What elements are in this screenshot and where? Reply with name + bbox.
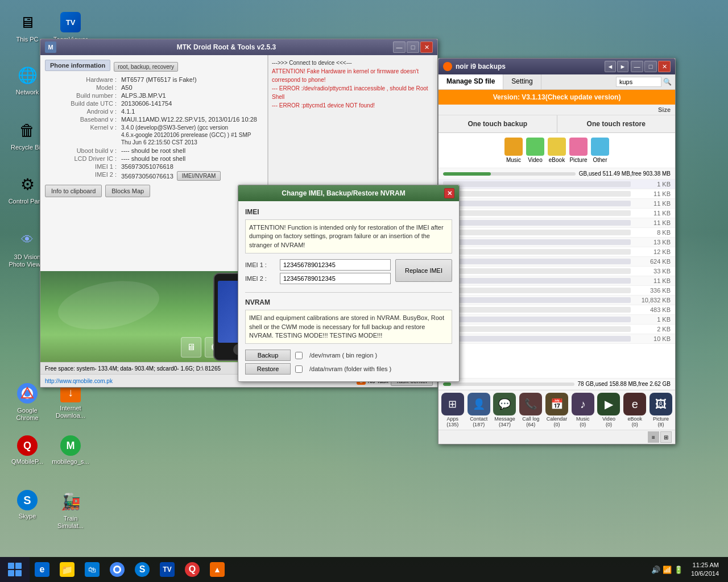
info-clipboard-button[interactable]: Info to clipboard xyxy=(45,185,102,197)
website-link[interactable]: http://www.qmobile.com.pk xyxy=(45,378,113,384)
sd-file-item[interactable]: 12 KB xyxy=(439,247,675,257)
sd-maximize-button[interactable]: □ xyxy=(644,61,657,72)
sd-search-icon[interactable]: 🔍 xyxy=(663,78,672,86)
sd-nav-back[interactable]: ◄ xyxy=(605,61,616,72)
replace-imei-button[interactable]: Replace IMEI xyxy=(395,259,452,282)
imei2-input[interactable] xyxy=(280,273,391,284)
sd-file-item[interactable]: 1 KB xyxy=(439,180,675,189)
imei-close-button[interactable]: ✕ xyxy=(444,188,454,198)
mtk-close-button[interactable]: ✕ xyxy=(420,41,433,53)
table-row: Hardware : MT6577 (MT6517 is Fake!) xyxy=(45,76,263,84)
imei2-dialog-label: IMEI 2 : xyxy=(245,275,276,282)
storage1-info: GB,used 511.49 MB,free 903.38 MB xyxy=(579,171,671,177)
taskbar-skype-tb-icon[interactable]: S xyxy=(130,557,155,582)
taskbar-chrome-tb-icon[interactable] xyxy=(105,557,130,582)
app-icon-video[interactable]: ▶ Video(0) xyxy=(596,393,621,427)
phone-info-table: Hardware : MT6577 (MT6517 is Fake!) Mode… xyxy=(45,76,263,181)
sd-file-item[interactable]: 1 KB xyxy=(439,315,675,325)
version-bar: Version: V3.1.13(Check update version) xyxy=(439,90,675,105)
tab-setting[interactable]: Setting xyxy=(503,74,541,89)
tray-network-icon[interactable]: 📶 xyxy=(663,566,672,574)
file-size: 11 KB xyxy=(631,210,671,217)
svg-point-5 xyxy=(115,567,119,572)
sd-file-item[interactable]: 11 KB xyxy=(439,189,675,199)
cat-video[interactable]: Video xyxy=(526,138,544,163)
app-icon-picture[interactable]: 🖼 Picture(8) xyxy=(648,393,673,427)
sd-manager-window: noir i9 backups ◄ ► — □ ✕ Manage SD file… xyxy=(438,58,676,444)
sd-file-item[interactable]: 336 KB xyxy=(439,286,675,296)
imei-fields-area: IMEI 1 : IMEI 2 : Replace IMEI xyxy=(245,259,452,286)
desktop-icon-skype[interactable]: S Skype xyxy=(5,488,50,522)
mtk-minimize-button[interactable]: — xyxy=(393,41,406,53)
sd-file-item[interactable]: 483 KB xyxy=(439,305,675,315)
taskbar-store-icon[interactable]: 🛍 xyxy=(80,557,105,582)
sd-file-item[interactable]: 11 KB xyxy=(439,276,675,286)
one-touch-restore-button[interactable]: One touch restore xyxy=(557,115,676,132)
sd-file-item[interactable]: 11 KB xyxy=(439,218,675,228)
root-backup-recovery-button[interactable]: root, backup, recovery xyxy=(114,62,178,72)
sd-minimize-button[interactable]: — xyxy=(631,61,643,72)
blocks-map-button[interactable]: Blocks Map xyxy=(105,185,150,197)
calllog-icon: 📞 xyxy=(519,393,542,415)
sd-file-item[interactable]: 11 KB xyxy=(439,199,675,209)
app-icon-calendar[interactable]: 📅 Calendar(0) xyxy=(544,393,569,427)
start-button[interactable] xyxy=(0,557,30,582)
app-icon-music[interactable]: ♪ Music(0) xyxy=(570,393,595,427)
taskbar-qmobile-tb-icon[interactable]: Q xyxy=(180,557,205,582)
sd-file-item[interactable]: 13 KB xyxy=(439,238,675,247)
imei-nvram-button[interactable]: IMEI/NVRAM xyxy=(177,171,221,181)
sd-search-input[interactable] xyxy=(616,77,661,87)
taskbar-ie-icon[interactable]: e xyxy=(30,557,55,582)
desktop-icon-mobilego[interactable]: M mobilego_s... xyxy=(48,433,93,468)
tab-manage-sd[interactable]: Manage SD file xyxy=(439,74,503,89)
file-name-bar xyxy=(443,210,631,216)
cat-other[interactable]: Other xyxy=(591,138,609,163)
sd-file-item[interactable]: 33 KB xyxy=(439,267,675,276)
sd-window-titlebar[interactable]: noir i9 backups ◄ ► — □ ✕ xyxy=(439,59,675,74)
one-touch-backup-button[interactable]: One touch backup xyxy=(439,115,557,132)
nvram-restore-button[interactable]: Restore xyxy=(245,363,291,375)
sd-file-item[interactable]: 2 KB xyxy=(439,325,675,334)
sd-search-area: 🔍 xyxy=(613,74,675,89)
imei2-label: IMEI 2 : xyxy=(45,171,119,181)
app-icon-apps[interactable]: ⊞ Apps(135) xyxy=(440,393,465,427)
imei1-label: IMEI 1 : xyxy=(45,163,119,171)
sd-close-button[interactable]: ✕ xyxy=(658,61,671,72)
sd-file-item[interactable]: 8 KB xyxy=(439,228,675,238)
imei2-value: 356973056076613 xyxy=(121,173,173,180)
imei-titlebar[interactable]: Change IMEI, Backup/Restore NVRAM ✕ xyxy=(238,185,459,201)
desktop-icon-qmobile[interactable]: Q QMobileP... xyxy=(5,433,50,468)
app-icon-calllog[interactable]: 📞 Call log(64) xyxy=(518,393,543,427)
taskbar-teamviewer-tb-icon[interactable]: TV xyxy=(155,557,180,582)
sd-file-item[interactable]: 11 KB xyxy=(439,209,675,218)
phone-screen-button[interactable]: 🖥 xyxy=(181,337,201,357)
sd-file-item[interactable]: 624 KB xyxy=(439,257,675,267)
nvram-folder-checkbox[interactable] xyxy=(295,365,303,373)
imei-content: IMEI ATTENTION! Function is intended onl… xyxy=(238,201,459,381)
nvram-bin-checkbox[interactable] xyxy=(295,352,303,359)
app-icon-ebook[interactable]: e eBook(0) xyxy=(622,393,647,427)
taskbar-clock[interactable]: 11:25 AM 10/6/2014 xyxy=(686,561,723,579)
imei1-input[interactable] xyxy=(280,259,391,271)
taskbar-explorer-icon[interactable]: 📁 xyxy=(55,557,80,582)
nvram-backup-button[interactable]: Backup xyxy=(245,350,291,361)
mtk-titlebar[interactable]: M MTK Droid Root & Tools v2.5.3 — □ ✕ xyxy=(40,39,437,55)
taskbar-unknown-tb-icon[interactable]: ▲ xyxy=(205,557,230,582)
uboot-label: Uboot build v : xyxy=(45,147,119,155)
sd-file-item[interactable]: 10 KB xyxy=(439,334,675,344)
apps-label: Apps(135) xyxy=(446,416,458,427)
desktop-icon-train[interactable]: 🚂 Train Simulat... xyxy=(48,488,93,532)
build-date-label: Build date UTC : xyxy=(45,99,119,107)
tray-battery-icon[interactable]: 🔋 xyxy=(674,566,683,574)
tray-volume-icon[interactable]: 🔊 xyxy=(651,566,660,574)
cat-ebook[interactable]: eBook xyxy=(548,138,566,163)
sd-nav-forward[interactable]: ► xyxy=(617,61,628,72)
cat-music[interactable]: Music xyxy=(504,138,523,163)
grid-view-button[interactable]: ⊞ xyxy=(660,431,672,443)
list-view-button[interactable]: ≡ xyxy=(648,431,659,443)
app-icon-contact[interactable]: 👤 Contact(187) xyxy=(466,393,491,427)
sd-file-item[interactable]: 10,832 KB xyxy=(439,296,675,305)
mtk-maximize-button[interactable]: □ xyxy=(407,41,419,53)
app-icon-message[interactable]: 💬 Message(347) xyxy=(492,393,517,427)
cat-picture[interactable]: Picture xyxy=(569,138,588,163)
